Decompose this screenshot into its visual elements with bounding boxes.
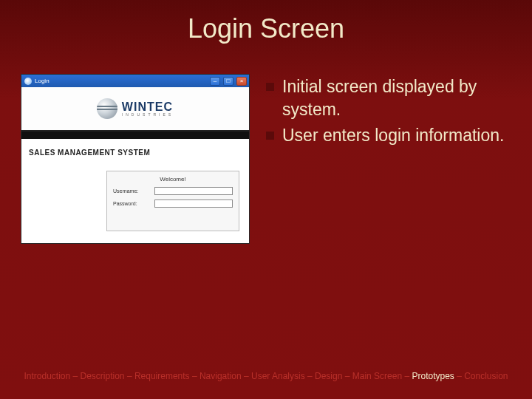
minimize-button[interactable]: – [210, 77, 220, 86]
welcome-text: Welcome! [113, 176, 233, 183]
breadcrumb-item: Requirements [134, 371, 190, 381]
login-screenshot: Login – □ × WINTEC INDUSTRIES SALES MANA… [21, 74, 250, 244]
username-label: Username: [113, 188, 150, 194]
breadcrumb-item: Main Screen [352, 371, 402, 381]
slide-title: Login Screen [0, 13, 532, 44]
breadcrumb-item: Conclusion [464, 371, 508, 381]
breadcrumb-separator: – [454, 371, 464, 381]
logo-band: WINTEC INDUSTRIES [21, 87, 249, 132]
window-title: Login [35, 78, 207, 84]
logo-subtitle: INDUSTRIES [122, 113, 174, 117]
breadcrumb-separator: – [70, 371, 80, 381]
username-field[interactable] [154, 187, 233, 195]
close-button[interactable]: × [236, 77, 247, 86]
bullet-item: Initial screen displayed by system. [266, 75, 511, 121]
system-label: SALES MANAGEMENT SYSTEM [29, 149, 150, 157]
breadcrumb-separator: – [190, 371, 200, 381]
content-area: Login – □ × WINTEC INDUSTRIES SALES MANA… [21, 74, 511, 244]
window-titlebar: Login – □ × [21, 75, 249, 87]
logo-name: WINTEC [122, 101, 174, 113]
globe-icon [97, 98, 117, 119]
app-icon [24, 78, 32, 85]
breadcrumb-item: Introduction [24, 371, 70, 381]
breadcrumb: Introduction – Description – Requirement… [0, 371, 532, 381]
bullet-list: Initial screen displayed by system. User… [266, 74, 511, 244]
breadcrumb-item: Navigation [200, 371, 242, 381]
divider-strip [21, 132, 249, 139]
breadcrumb-separator: – [305, 371, 315, 381]
breadcrumb-item: Design [315, 371, 342, 381]
password-label: Password: [113, 201, 150, 206]
breadcrumb-separator: – [125, 371, 134, 381]
password-field[interactable] [154, 200, 233, 208]
maximize-button[interactable]: □ [223, 77, 233, 86]
login-form: Welcome! Username: Password: [106, 171, 239, 231]
breadcrumb-separator: – [402, 371, 412, 381]
bullet-item: User enters login information. [266, 124, 511, 147]
breadcrumb-item: User Analysis [251, 371, 305, 381]
breadcrumb-item: Prototypes [412, 371, 454, 381]
breadcrumb-separator: – [242, 371, 251, 381]
breadcrumb-separator: – [342, 371, 352, 381]
breadcrumb-item: Description [81, 371, 125, 381]
